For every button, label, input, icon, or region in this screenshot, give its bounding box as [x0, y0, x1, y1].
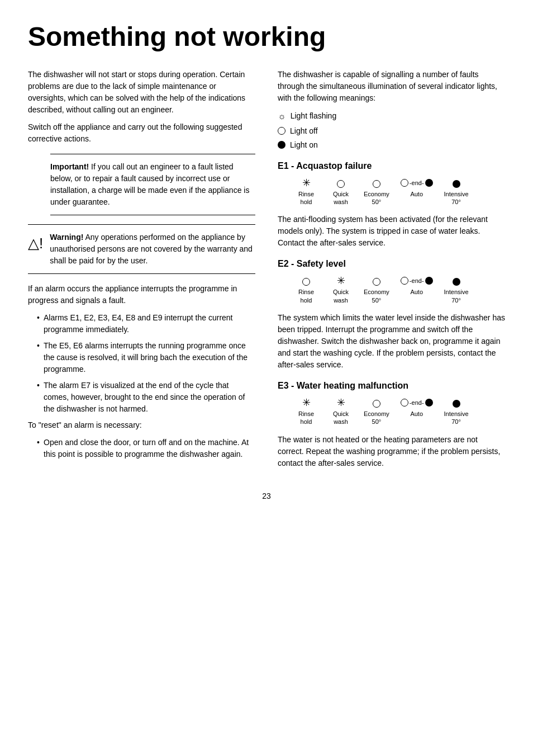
- indicator-cell: Rinsehold: [294, 275, 318, 304]
- indicator-cell: -end-Auto: [401, 275, 433, 296]
- filled-indicator-icon: [453, 180, 460, 188]
- indicator-label: Quickwash: [333, 288, 349, 304]
- indicator-label: Intensive70°: [444, 288, 469, 304]
- indicator-cell: ✳Quickwash: [329, 396, 353, 426]
- important-box: Important! If you call out an engineer t…: [50, 154, 255, 215]
- warning-text: Warning! Any operations performed on the…: [50, 231, 255, 267]
- end-indicator-icon: -end-: [401, 179, 433, 187]
- indicator-cell: Economy50°: [364, 177, 389, 206]
- indicator-cell: Quickwash: [329, 177, 353, 206]
- flash-indicator-icon: ✳: [337, 275, 345, 287]
- bullet-item: The alarm E7 is visualized at the end of…: [37, 380, 255, 415]
- e2-description: The system which limits the water level …: [278, 312, 505, 371]
- flash-icon: ☼: [278, 110, 286, 123]
- indicator-symbol: [337, 177, 345, 189]
- end-indicator-icon: -end-: [401, 399, 433, 407]
- indicator-symbol: [373, 396, 380, 409]
- indicator-symbol: -end-: [401, 275, 433, 287]
- indicator-label: Rinsehold: [298, 190, 314, 206]
- indicator-label: Rinsehold: [298, 288, 314, 304]
- section-e1-title: E1 - Acquastop failure: [278, 161, 505, 171]
- indicator-symbol: ✳: [302, 396, 311, 409]
- bullet-item: Alarms E1, E2, E3, E4, E8 and E9 interru…: [37, 312, 255, 336]
- indicator-symbol: ✳: [337, 275, 345, 287]
- reset-bullets: Open and close the door, or turn off and…: [28, 437, 255, 460]
- indicator-label: Economy50°: [364, 288, 389, 304]
- legend-list: ☼ Light flashing Light off Light on: [278, 110, 505, 151]
- indicator-label: Auto: [410, 190, 423, 198]
- indicator-cell: ✳Quickwash: [329, 275, 353, 304]
- indicator-symbol: [453, 396, 460, 409]
- indicator-cell: ✳Rinsehold: [294, 177, 318, 206]
- indicator-symbol: ✳: [302, 177, 311, 189]
- e2-indicators: Rinsehold✳QuickwashEconomy50° -end-AutoI…: [294, 275, 505, 304]
- important-label: Important!: [50, 162, 89, 171]
- legend-off-text: Light off: [290, 125, 318, 137]
- indicator-symbol: -end-: [401, 177, 433, 189]
- indicator-label: Auto: [410, 410, 423, 418]
- filled-indicator-icon: [453, 278, 460, 286]
- indicator-label: Quickwash: [333, 190, 349, 206]
- reset-intro: To "reset" an alarm is necessary:: [28, 419, 255, 431]
- indicator-symbol: [373, 275, 380, 287]
- indicator-label: Intensive70°: [444, 410, 469, 426]
- circle-filled-icon: [278, 141, 285, 149]
- indicator-cell: Intensive70°: [444, 275, 469, 304]
- indicator-label: Intensive70°: [444, 190, 469, 206]
- empty-indicator-icon: [373, 278, 380, 286]
- indicator-symbol: [453, 177, 460, 189]
- e1-description: The anti-flooding system has been activa…: [278, 214, 505, 249]
- indicator-cell: Intensive70°: [444, 396, 469, 426]
- indicator-cell: -end-Auto: [401, 396, 433, 418]
- legend-on: Light on: [278, 139, 505, 151]
- indicator-symbol: [373, 177, 380, 189]
- legend-off: Light off: [278, 125, 505, 137]
- empty-indicator-icon: [337, 180, 345, 188]
- section-e2-title: E2 - Safety level: [278, 259, 505, 269]
- indicator-symbol: -end-: [401, 396, 433, 409]
- indicator-label: Economy50°: [364, 190, 389, 206]
- intro-p2: Switch off the appliance and carry out t…: [28, 121, 255, 145]
- empty-indicator-icon: [373, 180, 380, 188]
- legend-on-text: Light on: [290, 139, 318, 151]
- e3-indicators: ✳Rinsehold✳QuickwashEconomy50° -end-Auto…: [294, 396, 505, 426]
- page-title: Something not working: [28, 22, 505, 52]
- empty-indicator-icon: [302, 278, 310, 286]
- e1-indicators: ✳RinseholdQuickwashEconomy50° -end-AutoI…: [294, 177, 505, 206]
- flash-indicator-icon: ✳: [302, 396, 311, 409]
- right-column: The dishwasher is capable of signalling …: [278, 69, 505, 475]
- indicator-cell: Economy50°: [364, 396, 389, 426]
- empty-indicator-icon: [373, 400, 380, 408]
- filled-indicator-icon: [453, 400, 460, 408]
- indicator-label: Rinsehold: [298, 410, 314, 426]
- flash-indicator-icon: ✳: [337, 396, 345, 409]
- reset-bullet-item: Open and close the door, or turn off and…: [37, 437, 255, 460]
- bullet-item: The E5, E6 alarms interrupts the running…: [37, 340, 255, 375]
- warning-label: Warning!: [50, 233, 83, 242]
- indicator-symbol: [453, 275, 460, 287]
- indicator-cell: ✳Rinsehold: [294, 396, 318, 426]
- indicator-symbol: ✳: [337, 396, 345, 409]
- intro-p1: The dishwasher will not start or stops d…: [28, 69, 255, 116]
- indicator-symbol: [302, 275, 310, 287]
- e3-description: The water is not heated or the heating p…: [278, 434, 505, 469]
- right-intro: The dishwasher is capable of signalling …: [278, 69, 505, 104]
- alarm-bullets: Alarms E1, E2, E3, E4, E8 and E9 interru…: [28, 312, 255, 415]
- left-column: The dishwasher will not start or stops d…: [28, 69, 255, 475]
- indicator-cell: Intensive70°: [444, 177, 469, 206]
- end-indicator-icon: -end-: [401, 277, 433, 285]
- indicator-cell: -end-Auto: [401, 177, 433, 198]
- indicator-label: Economy50°: [364, 410, 389, 426]
- legend-flash: ☼ Light flashing: [278, 110, 505, 123]
- warning-icon: △!: [28, 233, 43, 254]
- page-number: 23: [28, 492, 505, 500]
- indicator-cell: Economy50°: [364, 275, 389, 304]
- circle-empty-icon: [278, 127, 285, 135]
- indicator-label: Auto: [410, 288, 423, 296]
- legend-flash-text: Light flashing: [291, 110, 337, 122]
- warning-box: △! Warning! Any operations performed on …: [28, 224, 255, 274]
- section-e3-title: E3 - Water heating malfunction: [278, 381, 505, 391]
- indicator-label: Quickwash: [333, 410, 349, 426]
- flash-indicator-icon: ✳: [302, 177, 311, 189]
- alarm-intro: If an alarm occurs the appliance interru…: [28, 283, 255, 306]
